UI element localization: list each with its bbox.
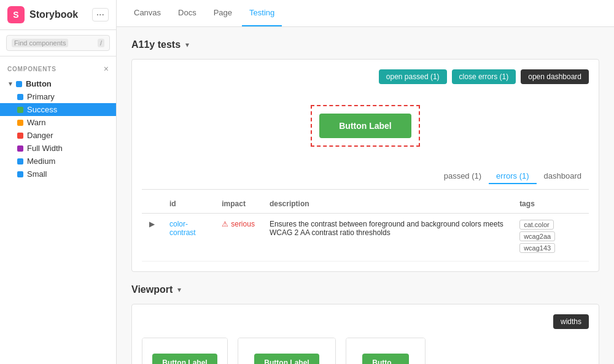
open-dashboard-button[interactable]: open dashboard xyxy=(521,69,589,84)
sidebar-item-label: Success xyxy=(27,105,57,114)
tree-dot-small xyxy=(17,171,23,177)
chevron-down-icon: ▼ xyxy=(7,80,14,87)
sidebar-item-success[interactable]: Success xyxy=(0,103,116,116)
viewport-button-768[interactable]: Butto… xyxy=(362,354,408,364)
tree-dot-danger xyxy=(17,133,23,139)
impact-label: serious xyxy=(231,220,255,228)
tag-wcag2aa: wcag2aa xyxy=(519,231,555,241)
tree-dot-medium xyxy=(17,158,23,165)
viewport-chevron-icon[interactable]: ▾ xyxy=(177,285,181,294)
top-nav: Canvas Docs Page Testing xyxy=(117,0,614,27)
col-tags: tags xyxy=(512,195,589,214)
viewport-preview-375: Button Label 375px xyxy=(238,338,336,364)
viewport-preview-320: Button Label 320px xyxy=(142,338,228,364)
sidebar-item-label: Medium xyxy=(27,157,55,166)
preview-area: Button Label xyxy=(142,93,589,159)
viewport-section-header: Viewport ▾ xyxy=(131,284,599,295)
row-tags-cell: cat.color wcag2aa wcag143 xyxy=(512,214,589,261)
row-id-cell: color-contrast xyxy=(162,214,214,261)
sidebar-item-label: Full Width xyxy=(27,144,63,153)
sidebar-item-primary[interactable]: Primary xyxy=(0,90,116,103)
sidebar-header: S Storybook ··· xyxy=(0,0,116,30)
components-close-button[interactable]: × xyxy=(104,64,109,74)
col-impact: impact xyxy=(214,195,262,214)
tree-dot-fullwidth xyxy=(17,145,23,152)
search-input[interactable]: Find components / xyxy=(6,35,110,51)
row-description-cell: Ensures the contrast between foreground … xyxy=(262,214,512,261)
expand-row-button[interactable]: ▶ xyxy=(149,220,155,228)
components-header: COMPONENTS × xyxy=(0,61,116,77)
sidebar-item-label: Button xyxy=(26,79,52,88)
viewport-button-320[interactable]: Button Label xyxy=(152,354,217,364)
search-shortcut: / xyxy=(98,39,104,47)
viewport-preview-inner-375: Button Label xyxy=(238,338,335,364)
table-header-row: id impact description tags xyxy=(142,195,589,214)
sidebar-item-warn[interactable]: Warn xyxy=(0,116,116,129)
tab-errors[interactable]: errors (1) xyxy=(489,169,536,184)
content-area: A11y tests ▾ open passed (1) close error… xyxy=(117,27,614,364)
tab-docs[interactable]: Docs xyxy=(171,0,204,26)
sidebar-item-medium[interactable]: Medium xyxy=(0,155,116,168)
sidebar-item-label: Warn xyxy=(27,118,46,127)
tab-testing[interactable]: Testing xyxy=(242,0,282,26)
col-id: id xyxy=(162,195,214,214)
sidebar-title: Storybook xyxy=(29,9,78,20)
sidebar: S Storybook ··· Find components / COMPON… xyxy=(0,0,117,364)
sidebar-item-danger[interactable]: Danger xyxy=(0,129,116,142)
storybook-logo-icon: S xyxy=(7,6,25,23)
tab-canvas[interactable]: Canvas xyxy=(126,0,168,26)
viewport-preview-768: Butto… 768px xyxy=(346,338,426,364)
col-description: description xyxy=(262,195,512,214)
sidebar-search-area: Find components / xyxy=(0,30,116,56)
sidebar-item-button[interactable]: ▼ Button xyxy=(0,77,116,90)
results-table: id impact description tags ▶ color-contr… xyxy=(142,195,589,261)
sidebar-item-fullwidth[interactable]: Full Width xyxy=(0,142,116,155)
tree-dot-button xyxy=(16,81,22,87)
tab-dashboard[interactable]: dashboard xyxy=(537,169,589,184)
preview-wrapper: Button Label xyxy=(311,105,420,147)
a11y-panel: open passed (1) close errors (1) open da… xyxy=(131,59,599,272)
widths-button[interactable]: widths xyxy=(553,314,589,329)
preview-button[interactable]: Button Label xyxy=(319,114,411,138)
viewport-panel: widths Button Label 320px Button Label 3… xyxy=(131,304,599,364)
tab-page[interactable]: Page xyxy=(206,0,239,26)
tab-passed[interactable]: passed (1) xyxy=(437,169,489,184)
violation-id-link[interactable]: color-contrast xyxy=(169,220,196,237)
search-placeholder: Find components xyxy=(12,39,68,47)
viewport-preview-inner-320: Button Label xyxy=(142,338,227,364)
viewport-section-title: Viewport xyxy=(131,284,173,295)
viewport-button-375[interactable]: Button Label xyxy=(254,354,319,364)
tree-dot-primary xyxy=(17,94,23,100)
row-expand-cell: ▶ xyxy=(142,214,162,261)
row-impact-cell: ⚠ serious xyxy=(214,214,262,261)
a11y-chevron-icon[interactable]: ▾ xyxy=(185,41,189,49)
open-passed-button[interactable]: open passed (1) xyxy=(379,69,447,84)
result-tabs: passed (1) errors (1) dashboard xyxy=(142,169,589,190)
sidebar-item-label: Primary xyxy=(27,92,55,101)
sidebar-item-small[interactable]: Small xyxy=(0,168,116,180)
viewport-preview-inner-768: Butto… xyxy=(346,338,425,364)
components-section: COMPONENTS × ▼ Button Primary Success Wa… xyxy=(0,56,116,364)
main-content: Canvas Docs Page Testing A11y tests ▾ op… xyxy=(117,0,614,364)
impact-serious-badge: ⚠ serious xyxy=(222,220,255,228)
viewport-previews: Button Label 320px Button Label 375px Bu… xyxy=(142,338,589,364)
tree-dot-success xyxy=(17,107,23,113)
a11y-section-title: A11y tests xyxy=(131,39,181,50)
sidebar-logo: S Storybook xyxy=(7,6,78,23)
tag-wcag143: wcag143 xyxy=(519,243,555,253)
components-label: COMPONENTS xyxy=(7,66,56,72)
col-expand xyxy=(142,195,162,214)
tag-cat-color: cat.color xyxy=(519,220,554,230)
sidebar-more-button[interactable]: ··· xyxy=(92,8,109,21)
table-row: ▶ color-contrast ⚠ serious Ensur xyxy=(142,214,589,261)
warning-icon: ⚠ xyxy=(222,220,228,228)
violation-description: Ensures the contrast between foreground … xyxy=(270,220,503,237)
a11y-section-header: A11y tests ▾ xyxy=(131,39,599,50)
viewport-toolbar: widths xyxy=(142,314,589,329)
close-errors-button[interactable]: close errors (1) xyxy=(452,69,516,84)
tree-dot-warn xyxy=(17,120,23,126)
sidebar-item-label: Danger xyxy=(27,131,53,140)
a11y-toolbar: open passed (1) close errors (1) open da… xyxy=(142,69,589,84)
sidebar-item-label: Small xyxy=(27,169,47,179)
